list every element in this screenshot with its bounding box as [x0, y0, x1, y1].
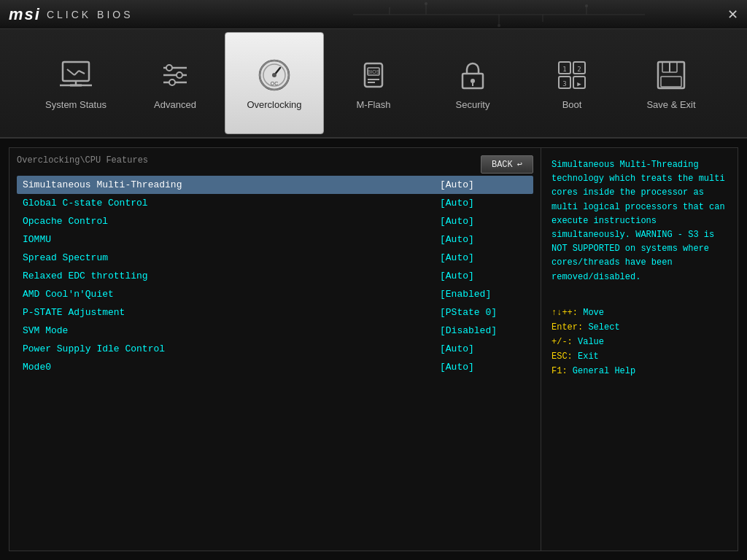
- setting-row[interactable]: Simultaneous Multi-Threading[Auto]: [17, 176, 533, 194]
- svg-text:OC: OC: [271, 81, 279, 86]
- setting-name: Spread Spectrum: [23, 252, 440, 263]
- setting-value: [Auto]: [440, 343, 527, 354]
- setting-name: Opcache Control: [23, 216, 440, 227]
- setting-name: Global C-state Control: [23, 198, 440, 209]
- nav-item-system-status[interactable]: System Status: [26, 32, 125, 134]
- setting-row[interactable]: Global C-state Control[Auto]: [17, 194, 533, 212]
- key-hint-desc: Select: [583, 322, 619, 332]
- svg-text:3: 3: [562, 80, 566, 88]
- setting-value: [Auto]: [440, 234, 527, 245]
- svg-text:▶: ▶: [577, 80, 581, 88]
- svg-line-15: [79, 71, 85, 74]
- floppy-icon: [653, 57, 689, 93]
- setting-row[interactable]: P-STATE Adjustment[PState 0]: [17, 303, 533, 322]
- back-btn-wrap: BACK ↩: [481, 155, 533, 174]
- svg-point-21: [169, 79, 175, 85]
- setting-row[interactable]: Mode0[Auto]: [17, 358, 533, 376]
- nav-label-boot: Boot: [562, 99, 582, 110]
- help-text: Simultaneous Multi-Threading technology …: [551, 158, 727, 284]
- key-hint-line: ESC: Exit: [551, 350, 727, 363]
- setting-value: [Auto]: [440, 252, 527, 263]
- lock-icon: [454, 57, 491, 93]
- setting-name: AMD Cool'n'Quiet: [23, 289, 440, 300]
- key-hint-key: F1:: [551, 366, 568, 376]
- nav-item-overclocking[interactable]: OC Overclocking: [225, 32, 324, 134]
- key-hint-line: ↑↓++: Move: [551, 306, 727, 319]
- setting-value: [Auto]: [440, 216, 527, 227]
- setting-name: SVM Mode: [23, 325, 440, 336]
- svg-rect-46: [661, 77, 681, 87]
- settings-list: Simultaneous Multi-Threading[Auto]Global…: [17, 176, 533, 376]
- back-button-label: BACK: [492, 160, 513, 170]
- key-hint-line: +/-: Value: [551, 335, 727, 349]
- setting-row[interactable]: AMD Cool'n'Quiet[Enabled]: [17, 285, 533, 303]
- setting-value: [PState 0]: [440, 307, 527, 318]
- svg-point-2: [425, 2, 427, 5]
- usb-icon: BIOS: [355, 57, 392, 93]
- setting-row[interactable]: Opcache Control[Auto]: [17, 212, 533, 230]
- msi-brand: msi: [9, 5, 41, 24]
- nav-label-overclocking: Overclocking: [247, 99, 301, 110]
- nav-item-advanced[interactable]: Advanced: [125, 32, 225, 134]
- svg-text:2: 2: [577, 66, 581, 73]
- nav-item-save-exit[interactable]: Save & Exit: [622, 32, 721, 134]
- nav-label-system-status: System Status: [45, 99, 107, 110]
- svg-point-26: [272, 73, 276, 77]
- breadcrumb: Overclocking\CPU Features: [17, 155, 533, 166]
- setting-value: [Disabled]: [440, 325, 527, 336]
- setting-name: IOMMU: [23, 234, 440, 245]
- left-panel: Overclocking\CPU Features BACK ↩ Simulta…: [9, 147, 541, 551]
- top-bar: msi CLICK BIOS ✕: [0, 0, 747, 29]
- gauge-icon: OC: [256, 57, 293, 93]
- svg-point-6: [585, 4, 588, 7]
- setting-value: [Auto]: [440, 271, 527, 281]
- svg-point-4: [498, 24, 500, 27]
- setting-name: Relaxed EDC throttling: [23, 271, 440, 281]
- nav-item-security[interactable]: Security: [423, 32, 522, 134]
- key-hint-desc: General Help: [568, 366, 636, 376]
- key-hints: ↑↓++: MoveEnter: Select+/-: ValueESC: Ex…: [551, 306, 727, 378]
- key-hint-key: ESC:: [551, 351, 573, 362]
- setting-name: Simultaneous Multi-Threading: [23, 179, 440, 190]
- svg-point-34: [471, 79, 475, 83]
- setting-name: P-STATE Adjustment: [23, 307, 440, 318]
- key-hint-desc: Value: [573, 337, 604, 347]
- setting-row[interactable]: Power Supply Idle Control[Auto]: [17, 340, 533, 358]
- circuit-decoration: [353, 0, 718, 28]
- monitor-icon: [58, 57, 94, 93]
- setting-value: [Auto]: [440, 198, 527, 209]
- nav-label-save-exit: Save & Exit: [646, 99, 695, 110]
- back-button[interactable]: BACK ↩: [481, 155, 533, 174]
- setting-row[interactable]: Relaxed EDC throttling[Auto]: [17, 267, 533, 285]
- setting-value: [Auto]: [440, 179, 527, 190]
- setting-value: [Auto]: [440, 362, 527, 373]
- setting-row[interactable]: SVM Mode[Disabled]: [17, 322, 533, 340]
- key-hint-key: +/-:: [551, 337, 573, 347]
- key-hint-line: Enter: Select: [551, 321, 727, 334]
- nav-label-m-flash: M-Flash: [357, 99, 391, 110]
- bios-brand: CLICK BIOS: [47, 9, 133, 20]
- key-hint-key: Enter:: [551, 322, 583, 332]
- svg-text:1: 1: [562, 66, 566, 73]
- setting-value: [Enabled]: [440, 289, 527, 300]
- setting-row[interactable]: Spread Spectrum[Auto]: [17, 249, 533, 267]
- nav-item-boot[interactable]: 1 2 3 ▶ Boot: [522, 32, 622, 134]
- nav-label-advanced: Advanced: [154, 99, 196, 110]
- key-hint-desc: Move: [578, 308, 604, 318]
- sliders-icon: [157, 57, 193, 93]
- main-content: Overclocking\CPU Features BACK ↩ Simulta…: [0, 139, 747, 560]
- nav-label-security: Security: [456, 99, 490, 110]
- setting-name: Mode0: [23, 362, 440, 373]
- setting-row[interactable]: IOMMU[Auto]: [17, 230, 533, 249]
- svg-text:BIOS: BIOS: [368, 69, 380, 74]
- nav-bar: System Status Advanced OC: [0, 29, 747, 139]
- msi-logo: msi CLICK BIOS: [9, 5, 133, 24]
- numbers-icon: 1 2 3 ▶: [554, 57, 590, 93]
- svg-rect-9: [63, 62, 89, 81]
- close-button[interactable]: ✕: [727, 7, 738, 23]
- svg-line-14: [74, 71, 79, 75]
- key-hint-key: ↑↓++:: [551, 308, 578, 318]
- nav-item-m-flash[interactable]: BIOS M-Flash: [324, 32, 423, 134]
- svg-point-20: [177, 72, 182, 78]
- right-panel: Simultaneous Multi-Threading technology …: [541, 147, 738, 551]
